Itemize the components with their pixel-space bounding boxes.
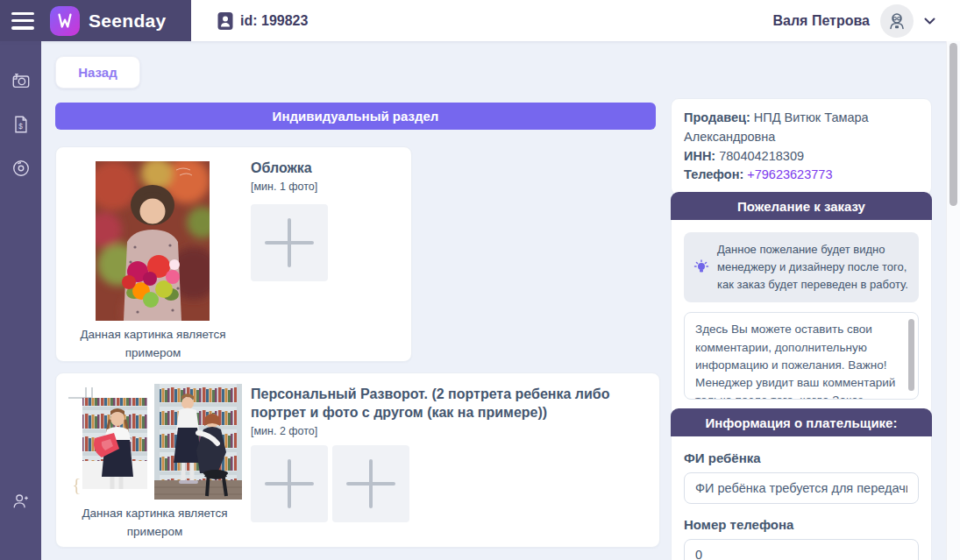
seller-line: Продавец: НПД Витюк Тамара Александровна <box>684 109 919 147</box>
order-id-text: id: 199823 <box>240 13 308 29</box>
topbar: Seenday id: 199823 Валя Петрова <box>0 0 960 41</box>
seenday-logo-icon[interactable] <box>50 6 80 36</box>
wish-header: Пожелание к заказу <box>671 192 932 220</box>
product-title: Обложка <box>251 159 650 178</box>
brand-title: Seenday <box>89 11 166 32</box>
camera-icon[interactable] <box>0 59 41 103</box>
section-banner: Индивидуальный раздел <box>55 103 656 130</box>
hamburger-menu-icon[interactable] <box>11 12 36 30</box>
product-info: Персональный Разворот. (2 портрета ребен… <box>251 386 650 437</box>
product-title: Персональный Разворот. (2 портрета ребен… <box>251 386 650 422</box>
page-scrollbar-thumb[interactable] <box>949 43 957 206</box>
student-avatar-icon <box>887 11 907 31</box>
svg-text:{: { <box>72 473 82 495</box>
wish-textarea[interactable] <box>684 312 919 400</box>
min-photos-label: [мин. 1 фото] <box>251 181 650 193</box>
payer-header: Информация о плательщике: <box>671 408 932 436</box>
disc-icon[interactable] <box>0 146 41 190</box>
inn-value: 780404218309 <box>719 149 804 163</box>
min-photos-label: [мин. 2 фото] <box>251 425 650 437</box>
seller-info-card: Продавец: НПД Витюк Тамара Александровна… <box>671 98 932 195</box>
user-menu[interactable]: Валя Петрова <box>773 4 960 38</box>
person-add-icon[interactable] <box>0 479 41 523</box>
payer-phone-input[interactable] <box>684 539 919 560</box>
add-photo-slot-2[interactable] <box>332 445 409 522</box>
id-card-icon <box>217 11 233 31</box>
wish-textarea-wrap <box>684 312 919 403</box>
inn-line: ИНН: 780404218309 <box>684 147 919 167</box>
example-photo-girl-heart: { <box>68 387 153 501</box>
chevron-down-icon[interactable] <box>924 18 935 25</box>
svg-text:$: $ <box>18 123 23 131</box>
add-photo-slot[interactable] <box>251 204 328 281</box>
user-avatar[interactable] <box>880 4 914 38</box>
child-name-label: ФИ ребёнка <box>684 450 919 465</box>
topbar-brand-area: Seenday <box>0 0 191 41</box>
product-info: Обложка [мин. 1 фото] <box>251 159 650 193</box>
phone-label: Телефон: <box>684 167 743 181</box>
example-caption: Данная картинка является примером <box>60 505 249 542</box>
phone-line: Телефон: +79623623773 <box>684 166 919 185</box>
page-content: Назад Индивидуальный раздел <box>41 41 946 560</box>
seller-label: Продавец: <box>684 110 750 124</box>
lightbulb-icon <box>693 259 709 275</box>
wish-body: Данное пожелание будет видно менеджеру и… <box>671 220 932 416</box>
payer-info-section: Информация о плательщике: ФИ ребёнка Ном… <box>671 408 932 560</box>
back-button[interactable]: Назад <box>55 56 140 89</box>
payer-body: ФИ ребёнка Номер телефона <box>671 436 932 560</box>
document-price-icon[interactable]: $ <box>0 103 41 146</box>
product-card-cover: Данная картинка является примером Обложк… <box>55 146 412 362</box>
order-wish-section: Пожелание к заказу Данное <box>671 192 932 416</box>
sidebar: $ <box>0 41 41 560</box>
app-window: Seenday id: 199823 Валя Петрова <box>0 0 960 560</box>
seller-phone-link[interactable]: +79623623773 <box>747 167 832 181</box>
product-card-spread: { <box>55 372 660 548</box>
textarea-scrollbar-thumb[interactable] <box>908 319 914 391</box>
page-scrollbar-track <box>946 41 960 560</box>
example-photo-girl-bouquet <box>96 161 210 321</box>
order-id-badge: id: 199823 <box>217 11 308 31</box>
user-name: Валя Петрова <box>773 13 871 29</box>
inn-label: ИНН: <box>684 149 715 163</box>
example-photo-two-girls <box>154 384 242 500</box>
wish-notice-text: Данное пожелание будет видно менеджеру и… <box>717 243 908 291</box>
payer-phone-label: Номер телефона <box>684 517 919 532</box>
add-photo-slot-1[interactable] <box>251 445 328 522</box>
child-name-input[interactable] <box>684 472 919 504</box>
wish-notice: Данное пожелание будет видно менеджеру и… <box>684 232 919 302</box>
example-caption: Данная картинка является примером <box>63 326 243 363</box>
